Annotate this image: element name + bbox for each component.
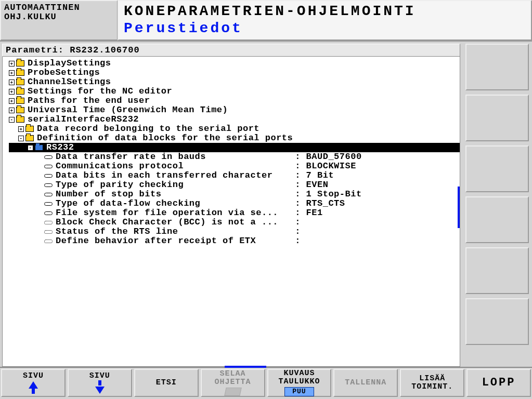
arrow-up-icon <box>29 381 38 389</box>
expand-icon[interactable]: - <box>9 117 15 123</box>
tree-label: Settings for the NC editor <box>28 87 172 96</box>
parameter-icon <box>44 211 53 215</box>
parameter-icon <box>44 183 53 187</box>
folder-icon <box>16 70 24 76</box>
softkey-label: ETSI <box>156 379 177 387</box>
tree-label: Block Check Character (BCC) is not a ...… <box>56 218 306 227</box>
folder-open-selected-icon <box>35 144 43 151</box>
parameter-icon <box>44 202 53 206</box>
softkey-end[interactable]: LOPP <box>466 369 531 397</box>
parameter-icon <box>44 221 53 224</box>
tree-parameter[interactable]: Data transfer rate in bauds : BAUD_57600 <box>9 152 460 162</box>
folder-icon <box>25 135 34 141</box>
right-softkey-column <box>462 42 532 367</box>
softkey-page-down[interactable]: SIVU <box>68 369 132 397</box>
side-slot-5[interactable] <box>465 247 529 294</box>
tree-folder[interactable]: +Data record belonging to the serial por… <box>9 124 460 134</box>
tree-folder[interactable]: -Definition of data blocks for the seria… <box>9 134 460 143</box>
tree-parameter[interactable]: Status of the RTS line : <box>9 227 460 236</box>
side-slot-2[interactable] <box>465 95 529 141</box>
expand-icon[interactable]: + <box>9 108 15 113</box>
softkey-page-up[interactable]: SIVU <box>1 369 66 397</box>
arrow-down-icon <box>95 387 105 394</box>
expand-icon[interactable]: + <box>18 126 24 132</box>
book-icon <box>224 388 241 396</box>
softkey-label-line2: TAULUKKO <box>278 378 320 386</box>
softkey-label: SIVU <box>89 372 110 380</box>
expand-icon[interactable]: + <box>9 70 15 76</box>
folder-icon <box>16 98 24 104</box>
softkey-label-line2: TOIMINT. <box>411 383 453 391</box>
side-slot-4[interactable] <box>465 196 529 243</box>
expand-icon[interactable]: + <box>9 79 15 85</box>
parameter-icon <box>44 230 53 234</box>
tree-folder[interactable]: +Paths for the end user <box>9 96 460 105</box>
parameter-tree[interactable]: +DisplaySettings+ProbeSettings+ChannelSe… <box>2 57 460 367</box>
mode-box: AUTOMAATTINEN OHJ.KULKU <box>0 0 118 41</box>
side-slot-3[interactable] <box>465 145 529 192</box>
parameter-icon <box>44 193 53 196</box>
parameter-icon <box>44 240 53 243</box>
tree-folder-selected[interactable]: -RS232 <box>9 143 460 152</box>
tree-label: Number of stop bits : 1 Stop-Bit <box>56 190 362 199</box>
main-row: Parametri: RS232.106700 +DisplaySettings… <box>0 42 532 367</box>
side-slot-1[interactable] <box>465 44 529 90</box>
softkey-find[interactable]: ETSI <box>134 369 199 397</box>
tree-parameter[interactable]: Define behavior after receipt of ETX : <box>9 236 460 246</box>
arrow-stem-icon <box>98 380 101 385</box>
tree-parameter[interactable]: File system for file operation via se...… <box>9 208 460 218</box>
side-slot-6[interactable] <box>465 298 529 345</box>
tree-label: Type of parity checking : EVEN <box>56 180 328 190</box>
tree-folder[interactable]: +ProbeSettings <box>9 68 460 77</box>
softkey-label-line1: KUVAUS <box>283 369 315 378</box>
softkey-more-functions[interactable]: LISÄÄ TOIMINT. <box>400 369 464 397</box>
tree-label: File system for file operation via se...… <box>56 208 323 218</box>
expand-icon[interactable]: - <box>28 145 33 151</box>
folder-icon <box>16 79 24 85</box>
active-tab-indicator <box>225 366 266 368</box>
tree-label: Status of the RTS line : <box>56 227 306 236</box>
tree-parameter[interactable]: Block Check Character (BCC) is not a ...… <box>9 218 460 227</box>
title-box: KONEPARAMETRIEN-OHJELMOINTI Perustiedot <box>118 0 532 41</box>
expand-icon[interactable]: + <box>9 98 15 104</box>
tree-folder[interactable]: -serialInterfaceRS232 <box>9 115 460 124</box>
softkey-label: SIVU <box>23 372 44 380</box>
parameter-icon <box>44 174 53 178</box>
expand-icon[interactable]: + <box>9 61 15 66</box>
tree-label: ChannelSettings <box>28 77 111 87</box>
expand-icon[interactable]: - <box>18 136 24 141</box>
tree-parameter[interactable]: Number of stop bits : 1 Stop-Bit <box>9 190 460 199</box>
tree-folder[interactable]: +Settings for the NC editor <box>9 87 460 96</box>
tree-folder[interactable]: +Universal Time (Greenwich Mean Time) <box>9 105 460 115</box>
scrollbar-indicator[interactable] <box>458 187 460 228</box>
softkey-save[interactable]: TALLENNA <box>333 369 398 397</box>
tree-label: Data record belonging to the serial port <box>37 124 259 134</box>
tree-label: Universal Time (Greenwich Mean Time) <box>28 105 228 115</box>
parameter-path: Parametri: RS232.106700 <box>2 44 460 57</box>
softkey-row: SIVU SIVU ETSI SELAA OHJETTA KUVAUS TAUL… <box>0 367 532 398</box>
tree-folder[interactable]: +ChannelSettings <box>9 77 460 87</box>
tree-parameter[interactable]: Type of data-flow checking : RTS_CTS <box>9 199 460 208</box>
folder-icon <box>25 126 34 132</box>
tree-label: Type of data-flow checking : RTS_CTS <box>56 199 345 208</box>
parameter-icon <box>44 155 53 159</box>
folder-icon <box>16 107 24 113</box>
expand-icon[interactable]: + <box>9 89 15 95</box>
softkey-browse-help[interactable]: SELAA OHJETTA <box>201 369 265 397</box>
tree-label: Definition of data blocks for the serial… <box>37 134 293 143</box>
header: AUTOMAATTINEN OHJ.KULKU KONEPARAMETRIEN-… <box>0 0 532 42</box>
tree-label: Communications protocol : BLOCKWISE <box>56 162 356 171</box>
tree-label: serialInterfaceRS232 <box>28 115 139 124</box>
page-title: KONEPARAMETRIEN-OHJELMOINTI <box>124 3 526 19</box>
softkey-description-table[interactable]: KUVAUS TAULUKKO PUU <box>267 369 332 397</box>
tree-label: Data bits in each transferred character … <box>56 171 334 180</box>
folder-icon <box>16 116 24 123</box>
tree-label: Data transfer rate in bauds : BAUD_57600 <box>56 152 362 162</box>
tree-folder[interactable]: +DisplaySettings <box>9 59 460 68</box>
tree-parameter[interactable]: Communications protocol : BLOCKWISE <box>9 162 460 171</box>
softkey-label-line1: SELAA <box>220 370 246 378</box>
tree-parameter[interactable]: Data bits in each transferred character … <box>9 171 460 180</box>
softkey-toggle-tree[interactable]: PUU <box>284 387 314 396</box>
page-subtitle: Perustiedot <box>124 20 526 36</box>
tree-parameter[interactable]: Type of parity checking : EVEN <box>9 180 460 190</box>
